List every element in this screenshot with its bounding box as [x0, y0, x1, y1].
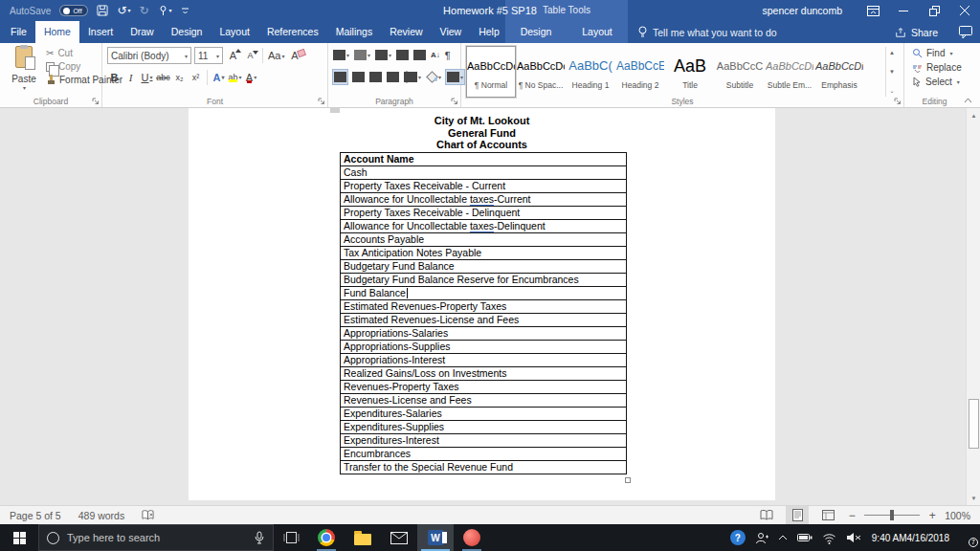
style-normal[interactable]: AaBbCcDc¶ Normal — [466, 46, 516, 98]
align-left-button[interactable] — [332, 69, 348, 85]
undo-button[interactable]: ↺▾ — [117, 5, 130, 16]
select-button[interactable]: Select ▾ — [912, 77, 962, 87]
share-button[interactable]: Share — [895, 21, 938, 43]
text-effects-button[interactable]: A▾ — [212, 69, 226, 85]
autosave-toggle[interactable]: Off — [59, 5, 88, 16]
tab-draw[interactable]: Draw — [122, 21, 163, 43]
table-cell[interactable]: Revenues-Property Taxes — [341, 381, 627, 394]
table-cell[interactable]: Revenues-License and Fees — [341, 394, 627, 408]
font-dialog-launcher[interactable] — [318, 98, 325, 105]
tab-references[interactable]: References — [258, 21, 327, 43]
tab-mailings[interactable]: Mailings — [327, 21, 382, 43]
zoom-out-button[interactable]: − — [847, 509, 857, 522]
table-header-row[interactable]: Account Name — [341, 153, 627, 166]
paragraph-dialog-launcher[interactable] — [451, 98, 458, 105]
table-header-cell[interactable]: Account Name — [341, 153, 627, 166]
zoom-in-button[interactable]: + — [927, 509, 937, 522]
page-indicator[interactable]: Page 5 of 5 — [10, 510, 61, 521]
table-row[interactable]: Fund Balance — [341, 287, 627, 300]
shading-button[interactable]: ▾ — [425, 69, 442, 85]
tab-design[interactable]: Design — [163, 21, 212, 43]
clock[interactable]: 9:40 AM 4/16/2018 — [866, 524, 955, 551]
table-row[interactable]: Estimated Revenues-Property Taxes — [341, 300, 627, 314]
numbering-button[interactable]: ▾ — [353, 47, 371, 63]
table-row[interactable]: Property Taxes Receivable - Current — [341, 180, 627, 193]
customize-qat-button[interactable] — [181, 7, 189, 15]
style-no-spac[interactable]: AaBbCcDc¶ No Spac... — [516, 46, 566, 98]
zoom-slider[interactable] — [864, 515, 920, 516]
style-heading-1[interactable]: AaBbC(Heading 1 — [566, 46, 615, 98]
wifi-tray-icon[interactable] — [817, 524, 841, 551]
font-size-combo[interactable]: 11▾ — [194, 47, 223, 64]
taskbar-app-mail[interactable] — [381, 524, 417, 551]
close-button[interactable] — [949, 0, 980, 21]
table-cell[interactable]: Appropriations-Interest — [341, 354, 627, 367]
table-row[interactable]: Appropriations-Interest — [341, 354, 627, 367]
style-title[interactable]: AaBTitle — [665, 46, 715, 98]
clear-formatting-button[interactable]: A — [287, 48, 301, 64]
table-row[interactable]: Tax Anticipation Notes Payable — [341, 247, 627, 260]
text-highlight-button[interactable]: ab▾ — [228, 69, 242, 85]
people-button[interactable] — [750, 524, 773, 551]
table-cell[interactable]: Fund Balance — [341, 287, 627, 300]
styles-scroll-down-icon[interactable]: ▼ — [889, 69, 895, 75]
taskbar-app-chrome[interactable] — [308, 524, 345, 551]
user-name[interactable]: spencer duncomb — [763, 5, 842, 16]
font-family-combo[interactable]: Calibri (Body)▾ — [107, 47, 191, 64]
tab-view[interactable]: View — [432, 21, 471, 43]
table-cell[interactable]: Budgetary Fund Balance Reserve for Encum… — [341, 274, 627, 287]
vertical-scrollbar[interactable]: ▲ ▼ — [966, 108, 980, 505]
volume-muted-tray-icon[interactable] — [841, 524, 866, 551]
subscript-button[interactable]: x₂ — [172, 69, 187, 85]
table-row[interactable]: Cash — [341, 166, 627, 180]
clipboard-dialog-launcher[interactable] — [92, 98, 100, 105]
taskbar-app-misc[interactable] — [454, 524, 490, 551]
tab-insert[interactable]: Insert — [79, 21, 122, 43]
table-row[interactable]: Appropriations-Salaries — [341, 327, 627, 341]
styles-more-icon[interactable]: ⌄ — [889, 87, 894, 94]
restore-button[interactable] — [919, 0, 949, 21]
strikethrough-button[interactable]: abc — [156, 69, 170, 85]
scroll-down-button[interactable]: ▼ — [967, 491, 980, 505]
shrink-font-button[interactable]: A — [243, 48, 257, 64]
table-row[interactable]: Transfer to the Special Revenue Fund — [341, 461, 627, 474]
tab-home[interactable]: Home — [35, 21, 79, 43]
scrollbar-thumb[interactable] — [969, 399, 979, 449]
redo-button[interactable]: ↻ — [139, 5, 148, 16]
help-tray-button[interactable]: ? — [725, 524, 750, 551]
table-cell[interactable]: Appropriations-Supplies — [341, 341, 627, 354]
table-cell[interactable]: Encumbrances — [341, 448, 627, 461]
table-cell[interactable]: Allowance for Uncollectable taxes-Curren… — [341, 193, 627, 207]
table-cell[interactable]: Estimated Revenues-Property Taxes — [341, 300, 627, 314]
font-color-button[interactable]: A▾ — [244, 69, 258, 85]
show-hidden-icons-button[interactable] — [773, 524, 792, 551]
styles-dialog-launcher[interactable] — [894, 98, 902, 105]
word-count[interactable]: 489 words — [78, 510, 124, 521]
table-row[interactable]: Budgetary Fund Balance Reserve for Encum… — [341, 274, 627, 287]
document-page[interactable]: City of Mt. Lookout General Fund Chart o… — [189, 108, 775, 500]
table-cell[interactable]: Property Taxes Receivable - Current — [341, 180, 627, 193]
table-cell[interactable]: Expenditures-Supplies — [341, 421, 627, 434]
replace-button[interactable]: Replace — [912, 62, 962, 73]
print-layout-button[interactable] — [786, 506, 809, 524]
scroll-up-button[interactable]: ▲ — [967, 108, 980, 122]
table-cell[interactable]: Realized Gains/Loss on Investments — [341, 367, 627, 381]
tab-help[interactable]: Help — [470, 21, 508, 43]
underline-button[interactable]: U▾ — [140, 69, 154, 85]
touch-mouse-mode-button[interactable]: ▾ — [158, 5, 172, 16]
align-center-button[interactable] — [351, 69, 366, 85]
ribbon-display-options-button[interactable] — [858, 0, 888, 21]
style-subtitle[interactable]: AaBbCcCSubtitle — [715, 46, 765, 98]
context-tab-design[interactable]: Design — [505, 21, 567, 43]
table-row[interactable]: Realized Gains/Loss on Investments — [341, 367, 627, 381]
tell-me-box[interactable]: Tell me what you want to do — [637, 21, 777, 43]
start-button[interactable] — [0, 524, 38, 551]
style-emphasis[interactable]: AaBbCcDiEmphasis — [814, 46, 864, 98]
minimize-button[interactable] — [888, 0, 919, 21]
taskbar-app-word[interactable]: W — [417, 524, 454, 551]
proofing-errors-button[interactable] — [142, 509, 154, 521]
bullets-button[interactable]: ▾ — [332, 47, 350, 63]
align-right-button[interactable] — [368, 69, 383, 85]
task-view-button[interactable] — [274, 524, 308, 551]
table-cell[interactable]: Estimated Revenues-License and Fees — [341, 314, 627, 327]
